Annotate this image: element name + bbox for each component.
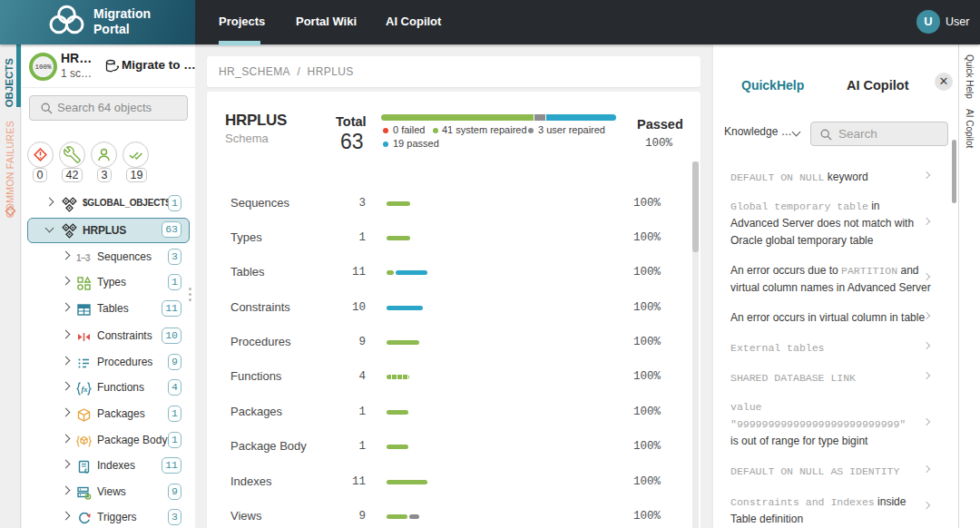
svg-text:3: 3 <box>85 253 91 263</box>
svg-text:fx: fx <box>82 385 89 394</box>
svg-text:1: 1 <box>76 253 82 263</box>
